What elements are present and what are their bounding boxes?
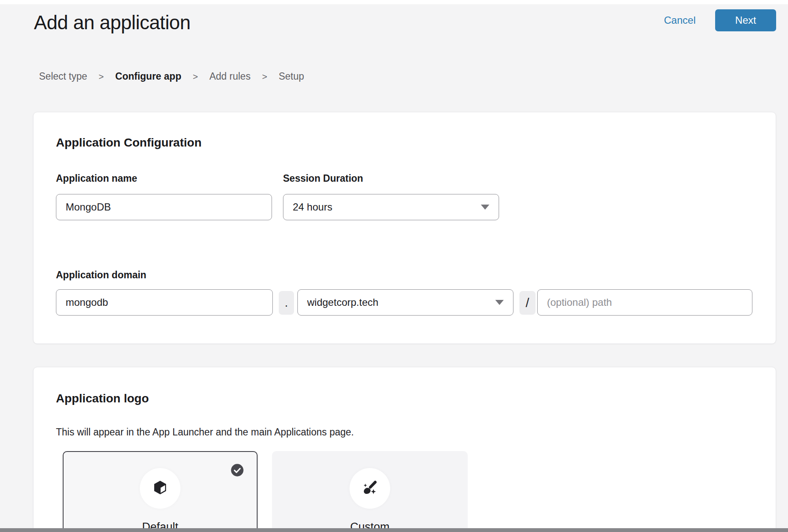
default-logo-circle (140, 468, 180, 509)
application-logo-card: Application logo This will appear in the… (33, 367, 776, 532)
domain-select[interactable]: widgetcorp.tech (297, 289, 513, 316)
session-duration-select[interactable]: 24 hours (283, 194, 499, 220)
step-setup[interactable]: Setup (279, 71, 304, 82)
domain-value: widgetcorp.tech (307, 296, 378, 308)
next-button[interactable]: Next (715, 9, 776, 31)
window-bottom-edge (0, 528, 788, 532)
application-configuration-card: Application Configuration Application na… (33, 112, 776, 344)
step-configure-app[interactable]: Configure app (115, 71, 181, 82)
breadcrumb: Select type > Configure app > Add rules … (39, 71, 304, 82)
configuration-heading: Application Configuration (56, 136, 202, 150)
application-name-input[interactable] (56, 194, 272, 220)
custom-logo-circle (350, 468, 390, 509)
session-duration-label: Session Duration (283, 173, 363, 184)
header-actions: Cancel Next (664, 9, 776, 31)
step-add-rules[interactable]: Add rules (209, 71, 250, 82)
logo-heading: Application logo (56, 392, 149, 405)
slash-separator: / (519, 291, 536, 315)
application-domain-label: Application domain (56, 269, 146, 281)
logo-option-default[interactable]: Default (63, 451, 258, 532)
breadcrumb-separator: > (262, 72, 267, 82)
application-name-label: Application name (56, 173, 137, 184)
paintbrush-sparkles-icon (361, 478, 379, 499)
dot-separator: . (279, 291, 294, 315)
logo-option-custom[interactable]: Custom (272, 451, 468, 532)
step-select-type[interactable]: Select type (39, 71, 87, 82)
path-input[interactable] (537, 289, 752, 316)
chevron-down-icon (481, 205, 489, 210)
selected-check-icon (230, 463, 244, 477)
session-duration-value: 24 hours (293, 201, 332, 213)
cancel-button[interactable]: Cancel (664, 14, 696, 26)
add-application-page: Add an application Cancel Next Select ty… (0, 0, 788, 532)
subdomain-input[interactable] (56, 289, 273, 316)
chevron-down-icon (495, 300, 504, 305)
cube-icon (151, 479, 169, 498)
page-title: Add an application (34, 11, 191, 34)
breadcrumb-separator: > (99, 72, 104, 82)
breadcrumb-separator: > (193, 72, 198, 82)
top-strip (0, 0, 788, 4)
logo-description: This will appear in the App Launcher and… (56, 427, 354, 438)
